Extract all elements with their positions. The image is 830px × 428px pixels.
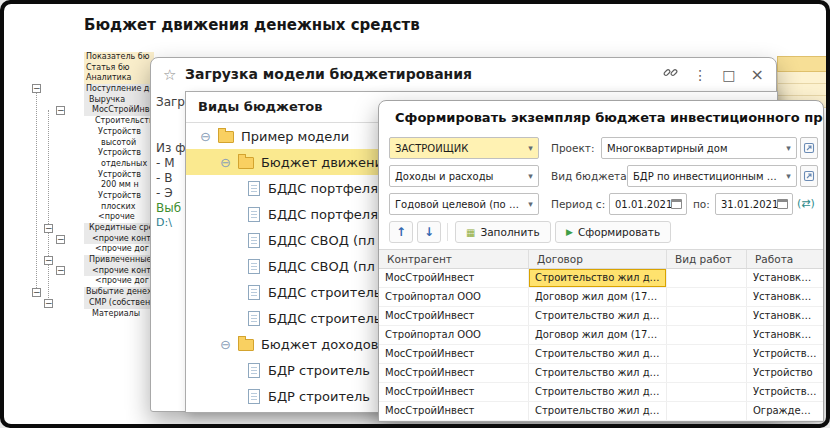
cell-work[interactable]: Установка в ж bbox=[747, 326, 823, 344]
cell-contract[interactable]: Строительство жил дома (17 эт bbox=[529, 345, 667, 363]
tree-expander-icon[interactable]: − bbox=[56, 235, 65, 244]
cell-contract[interactable]: Строительство жил дома (17 эт bbox=[529, 402, 667, 420]
cell-contractor[interactable]: МосСтройИнвест bbox=[379, 269, 529, 287]
calendar-icon[interactable] bbox=[777, 199, 788, 209]
developer-combobox[interactable]: ЗАСТРОЙЩИК ▾ bbox=[389, 137, 539, 159]
column-header-work-type[interactable]: Вид работ bbox=[667, 250, 747, 268]
chevron-down-icon[interactable]: ▾ bbox=[523, 143, 538, 153]
grid-row[interactable]: Устройств bbox=[84, 191, 154, 202]
cell-work[interactable]: Устройство bbox=[747, 364, 823, 382]
grid-row[interactable]: Устройств bbox=[84, 170, 154, 181]
grid-row[interactable]: отдельных bbox=[84, 159, 154, 170]
grid-row[interactable]: Устройств bbox=[84, 148, 154, 159]
collapse-icon[interactable]: ⊖ bbox=[200, 129, 211, 144]
cell-work-type[interactable] bbox=[667, 307, 747, 325]
table-row[interactable]: Стройпортал ООО Договор жил дом (17 этаж… bbox=[379, 288, 823, 307]
table-row[interactable]: Стройпортал ООО Договор жил дом (17 этаж… bbox=[379, 326, 823, 345]
link-icon[interactable] bbox=[663, 65, 678, 85]
cell-contractor[interactable]: МосСтройИнвест bbox=[379, 383, 529, 401]
column-header-work[interactable]: Работа bbox=[747, 250, 823, 268]
table-row[interactable]: МосСтройИнвест Строительство жил дома (1… bbox=[379, 269, 823, 288]
table-row[interactable]: МосСтройИнвест Строительство жил дома (1… bbox=[379, 364, 823, 383]
table-row[interactable]: МосСтройИнвест Строительство жил дома (1… bbox=[379, 307, 823, 326]
cell-work[interactable]: Установка в ж bbox=[747, 307, 823, 325]
period-kind-combobox[interactable]: Годовой целевой (по месяцам, пе ▾ bbox=[389, 193, 539, 215]
tree-expander-icon[interactable]: − bbox=[44, 299, 53, 308]
grid-row[interactable]: плоских bbox=[84, 202, 154, 213]
table-row[interactable]: МосСтройИнвест Строительство жил дома (1… bbox=[379, 383, 823, 402]
tree-expander-icon[interactable]: − bbox=[56, 106, 65, 115]
period-picker-button[interactable]: (⇄) bbox=[797, 193, 815, 215]
cell-work-type[interactable] bbox=[667, 364, 747, 382]
cell-work-type[interactable] bbox=[667, 326, 747, 344]
cell-work[interactable]: Ограждение п bbox=[747, 402, 823, 420]
chevron-down-icon[interactable]: ▾ bbox=[781, 171, 796, 181]
file-path-link[interactable]: D:\ bbox=[156, 216, 187, 229]
cell-contract-selected[interactable]: Строительство жил дома (17 эт bbox=[529, 269, 667, 287]
grid-row[interactable]: Кредитные средс bbox=[84, 223, 154, 234]
tree-expander-icon[interactable]: − bbox=[32, 288, 41, 297]
cell-contract[interactable]: Строительство жил дома (17 эт bbox=[529, 364, 667, 382]
grid-row[interactable]: <прочие контраг bbox=[84, 234, 154, 245]
move-down-button[interactable]: ↓ bbox=[417, 221, 441, 243]
cell-work[interactable]: Устройство пе bbox=[747, 345, 823, 363]
table-row[interactable]: МосСтройИнвест Строительство жил дома (1… bbox=[379, 402, 823, 421]
grid-row[interactable]: Устройств bbox=[84, 127, 154, 138]
collapse-icon[interactable]: ⊖ bbox=[220, 155, 231, 170]
grid-header-row[interactable]: Статья бю bbox=[84, 63, 154, 74]
cell-contract[interactable]: Договор жил дом (17 этаж) bbox=[529, 326, 667, 344]
cell-work[interactable]: Устройство по bbox=[747, 383, 823, 401]
chevron-down-icon[interactable]: ▾ bbox=[781, 143, 796, 153]
grid-row[interactable]: СМР (собственны bbox=[84, 298, 154, 309]
calendar-icon[interactable] bbox=[671, 199, 682, 209]
move-up-button[interactable]: ↑ bbox=[389, 221, 413, 243]
cell-contractor[interactable]: МосСтройИнвест bbox=[379, 402, 529, 420]
cell-contract[interactable]: Строительство жил дома (17 эт bbox=[529, 307, 667, 325]
grid-row[interactable]: Поступление ден bbox=[84, 84, 154, 95]
more-menu-icon[interactable]: ⋮ bbox=[693, 65, 707, 85]
chevron-down-icon[interactable]: ▾ bbox=[523, 171, 538, 181]
scenario-combobox[interactable]: Доходы и расходы ▾ bbox=[389, 165, 539, 187]
close-icon[interactable]: × bbox=[751, 65, 764, 85]
budget-type-combobox[interactable]: БДР по инвестиционным проектам (ввод пла… bbox=[627, 165, 797, 187]
grid-row[interactable]: Материалы bbox=[84, 309, 154, 320]
cell-contract[interactable]: Договор жил дом (17 этаж) bbox=[529, 288, 667, 306]
cell-contractor[interactable]: МосСтройИнвест bbox=[379, 364, 529, 382]
tree-expander-icon[interactable]: − bbox=[56, 266, 65, 275]
fill-button[interactable]: ▦ Заполнить bbox=[455, 221, 551, 243]
maximize-icon[interactable]: □ bbox=[722, 65, 735, 85]
cell-contract[interactable]: Строительство жил дома (17 эт bbox=[529, 383, 667, 401]
grid-row[interactable]: <прочие дог bbox=[84, 244, 154, 255]
grid-header-row[interactable]: Показатель бю bbox=[84, 52, 154, 63]
grid-row[interactable]: <прочие дог bbox=[84, 276, 154, 287]
cell-work[interactable]: Установка в ж bbox=[747, 269, 823, 287]
tree-expander-icon[interactable]: − bbox=[44, 224, 53, 233]
grid-row[interactable]: Привлеченные ин bbox=[84, 255, 154, 266]
cell-work-type[interactable] bbox=[667, 288, 747, 306]
tree-expander-icon[interactable]: − bbox=[32, 84, 41, 93]
column-header-contractor[interactable]: Контрагент bbox=[379, 250, 529, 268]
cell-contractor[interactable]: МосСтройИнвест bbox=[379, 307, 529, 325]
cell-work-type[interactable] bbox=[667, 345, 747, 363]
favorite-star-icon[interactable]: ☆ bbox=[163, 66, 176, 84]
grid-row[interactable]: высотой bbox=[84, 138, 154, 149]
column-header-contract[interactable]: Договор bbox=[529, 250, 667, 268]
period-from-input[interactable]: 01.01.2021 bbox=[609, 193, 687, 215]
project-open-button[interactable] bbox=[800, 137, 818, 159]
cell-work-type[interactable] bbox=[667, 269, 747, 287]
grid-row[interactable]: Строительств bbox=[84, 116, 154, 127]
tree-expander-icon[interactable]: − bbox=[44, 256, 53, 265]
grid-row[interactable]: <прочие контраг bbox=[84, 266, 154, 277]
grid-header-row[interactable]: Аналитика bbox=[84, 73, 154, 84]
cell-work[interactable]: Установка в ж bbox=[747, 288, 823, 306]
cell-contractor[interactable]: МосСтройИнвест bbox=[379, 345, 529, 363]
cell-work-type[interactable] bbox=[667, 383, 747, 401]
cell-work-type[interactable] bbox=[667, 402, 747, 420]
table-row[interactable]: МосСтройИнвест Строительство жил дома (1… bbox=[379, 345, 823, 364]
chevron-down-icon[interactable]: ▾ bbox=[523, 199, 538, 209]
grid-row[interactable]: <прочие bbox=[84, 212, 154, 223]
grid-row[interactable]: Выручка bbox=[84, 95, 154, 106]
grid-row[interactable]: МосСтройИнвест bbox=[84, 105, 154, 116]
grid-row[interactable]: 200 мм н bbox=[84, 180, 154, 191]
cell-contractor[interactable]: Стройпортал ООО bbox=[379, 288, 529, 306]
